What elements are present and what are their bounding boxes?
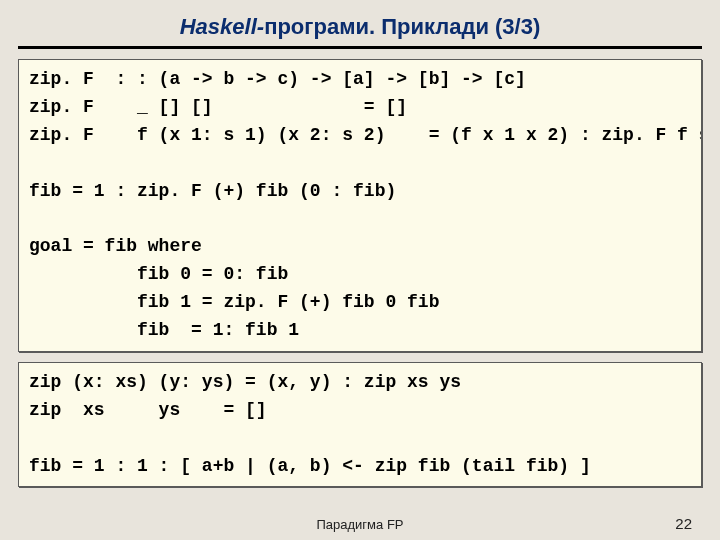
page-number: 22 <box>675 515 692 532</box>
title-rest: програми. Приклади (3/3) <box>264 14 540 39</box>
title-underline <box>18 46 702 49</box>
code-box-1: zip. F : : (a -> b -> c) -> [a] -> [b] -… <box>18 59 702 352</box>
slide-title: Haskell-програми. Приклади (3/3) <box>18 14 702 40</box>
title-italic: Haskell- <box>180 14 264 39</box>
slide: Haskell-програми. Приклади (3/3) zip. F … <box>0 0 720 540</box>
footer-text: Парадигма FP <box>0 517 720 532</box>
code-box-2: zip (x: xs) (y: ys) = (x, y) : zip xs ys… <box>18 362 702 488</box>
